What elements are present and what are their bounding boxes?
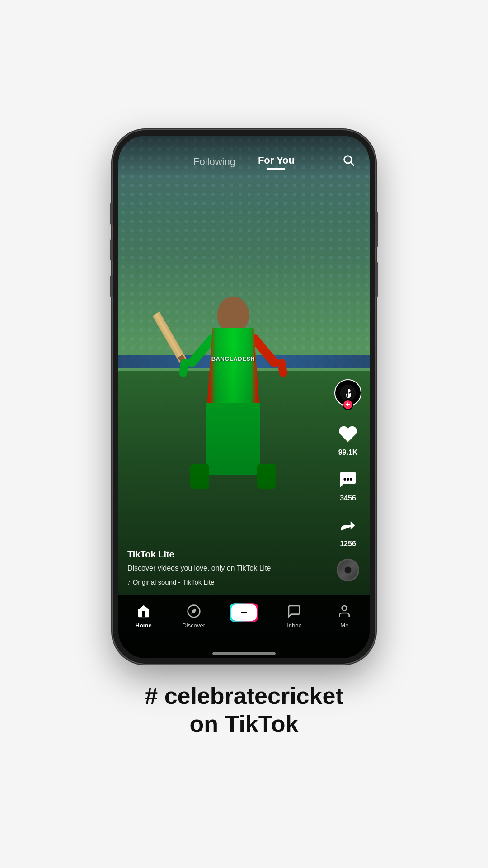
add-button-inner: +: [231, 604, 257, 621]
nav-inbox[interactable]: Inbox: [278, 603, 310, 629]
inbox-svg: [287, 604, 301, 618]
home-indicator: [212, 652, 276, 655]
search-icon: [342, 154, 355, 166]
comment-button[interactable]: 3456: [336, 467, 360, 502]
discover-label: Discover: [182, 622, 205, 629]
share-button[interactable]: 1256: [336, 513, 360, 548]
like-button[interactable]: 99.1K: [336, 422, 360, 457]
svg-marker-9: [191, 609, 196, 613]
video-description: Discover videos you love, only on TikTok…: [127, 563, 329, 573]
jersey-body: [204, 328, 263, 410]
video-info: TikTok Lite Discover videos you love, on…: [127, 549, 329, 585]
knee-pad-left: [190, 464, 209, 489]
hashtag-line2: on TikTok: [145, 710, 343, 738]
share-icon: [336, 513, 360, 538]
nav-discover[interactable]: Discover: [178, 603, 210, 629]
avatar-tiktok-icon: [340, 385, 356, 401]
creator-username: TikTok Lite: [127, 549, 329, 560]
heart-icon: [338, 424, 358, 444]
bottom-navigation: Home Discover +: [118, 595, 370, 658]
tab-for-you[interactable]: For You: [253, 152, 299, 172]
jersey-text: BANGLADESH: [211, 355, 255, 362]
sound-disc-button[interactable]: [337, 559, 359, 581]
home-icon: [136, 603, 152, 619]
home-svg: [136, 604, 151, 618]
sound-disc-inner: [344, 566, 352, 574]
svg-point-6: [347, 478, 349, 481]
tab-following[interactable]: Following: [189, 154, 240, 170]
forward-icon: [338, 515, 358, 536]
creator-avatar-container: +: [334, 379, 361, 406]
hashtag-line1: # celebratecricket: [145, 682, 343, 710]
inbox-label: Inbox: [287, 622, 301, 629]
discover-icon: [186, 603, 202, 619]
sound-info: ♪ Original sound - TikTok Lite: [127, 578, 329, 586]
feed-tabs: Following For You: [189, 152, 299, 172]
chat-icon: [338, 469, 358, 490]
profile-icon: [336, 603, 352, 619]
search-button[interactable]: [338, 150, 358, 170]
home-label: Home: [136, 622, 152, 629]
svg-line-3: [351, 162, 353, 165]
nav-me[interactable]: Me: [328, 603, 360, 629]
nav-add[interactable]: +: [228, 603, 260, 622]
action-bar: + 99.1K: [334, 379, 361, 581]
compass-svg: [187, 604, 201, 618]
sound-disc: [337, 559, 359, 581]
player-pants: [206, 403, 260, 475]
hashtag-section: # celebratecricket on TikTok: [145, 682, 343, 738]
plus-icon: +: [240, 605, 247, 619]
comment-icon: [336, 467, 360, 492]
top-navigation: Following For You: [118, 136, 370, 176]
me-label: Me: [340, 622, 348, 629]
share-count: 1256: [340, 540, 356, 548]
like-icon: [336, 422, 360, 446]
nav-home[interactable]: Home: [128, 603, 160, 629]
person-svg: [337, 604, 352, 618]
phone-screen: BANGLADESH Following For You: [118, 136, 370, 658]
svg-point-7: [350, 478, 352, 481]
follow-plus-badge[interactable]: +: [343, 399, 353, 410]
knee-pad-right: [257, 464, 276, 489]
svg-point-5: [343, 478, 346, 481]
phone-mockup: BANGLADESH Following For You: [113, 130, 375, 664]
inbox-icon: [286, 603, 302, 619]
like-count: 99.1K: [338, 448, 358, 457]
add-button[interactable]: +: [230, 603, 258, 622]
svg-point-10: [342, 606, 347, 611]
player-head: [217, 297, 249, 333]
active-tab-indicator: [267, 168, 285, 170]
comment-count: 3456: [340, 494, 356, 502]
